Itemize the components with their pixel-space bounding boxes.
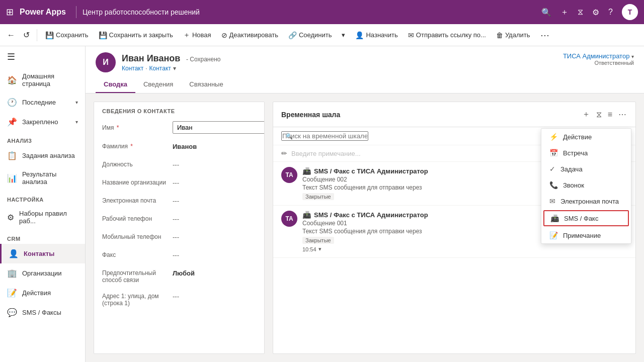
breadcrumb: Контакт · Контакт ▾: [122, 65, 220, 72]
sidebar-item-contacts[interactable]: 👤 Контакты: [0, 244, 85, 263]
sidebar-item-results[interactable]: 📊 Результаты анализа: [0, 165, 85, 191]
field-value-org: ---: [173, 176, 256, 187]
tab-details[interactable]: Сведения: [135, 76, 181, 93]
field-value-work-phone: ---: [173, 212, 256, 223]
status-badge: Закрытые: [302, 193, 334, 200]
avatar: И: [96, 52, 116, 72]
actions-icon: 📝: [7, 288, 17, 298]
delete-button[interactable]: 🗑 Удалить: [492, 29, 534, 41]
tab-related[interactable]: Связанные: [181, 76, 231, 93]
dropdown-item-call[interactable]: 📞 Звонок: [541, 177, 631, 193]
note-placeholder[interactable]: Введите примечание...: [291, 150, 361, 157]
nav-buttons: ← ↺: [4, 28, 33, 42]
field-label-name: Имя *: [102, 121, 173, 131]
section-header-analysis: Анализ: [0, 132, 85, 146]
dropdown-item-sms[interactable]: 📠 SMS / Факс: [543, 210, 629, 226]
sms-fax-icon: 📠: [550, 214, 559, 222]
owner-name[interactable]: ТИСА Администратор: [563, 52, 629, 60]
dropdown-item-meeting[interactable]: 📅 Встреча: [541, 145, 631, 161]
pencil-icon: ✏: [281, 149, 287, 157]
field-value-position: ---: [173, 158, 256, 168]
save-close-button[interactable]: 💾 Сохранить и закрыть: [95, 29, 177, 41]
deactivate-icon: ⊘: [221, 31, 227, 39]
breadcrumb-link-2[interactable]: Контакт: [149, 65, 171, 72]
sidebar-toggle-button[interactable]: ☰: [0, 46, 85, 67]
back-button[interactable]: ←: [4, 29, 18, 42]
breadcrumb-link-1[interactable]: Контакт: [122, 65, 143, 72]
field-row-fax: Факс ---: [94, 245, 264, 263]
nav-separator: [76, 6, 76, 18]
fax-icon: 📠: [302, 211, 311, 219]
dropdown-item-action[interactable]: ⚡ Действие: [541, 129, 631, 145]
sidebar: ☰ 🏠 Домашняя страница 🕐 Последние ▾ 📌 За…: [0, 46, 86, 362]
timeline-search-input[interactable]: [281, 131, 368, 141]
field-row-org: Название организации ---: [94, 173, 264, 191]
sidebar-item-recent[interactable]: 🕐 Последние ▾: [0, 93, 85, 112]
timeline-add-button[interactable]: ＋: [581, 108, 591, 121]
save-close-icon: 💾: [99, 31, 107, 39]
timeline-panel: Временная шала ＋ ⧖ ≡ ⋯ 🔍 ✏: [273, 102, 636, 354]
record-saved-status: - Сохранено: [186, 56, 220, 63]
connect-button[interactable]: 🔗 Соединить: [284, 29, 336, 41]
sidebar-item-sms[interactable]: 💬 SMS / Факсы: [0, 303, 85, 322]
field-input-name[interactable]: [173, 121, 265, 134]
sidebar-item-pinned[interactable]: 📌 Закреплено ▾: [0, 112, 85, 132]
connect-icon: 🔗: [288, 31, 297, 39]
top-navigation: ⊞ Power Apps Центр работоспособности реш…: [0, 0, 644, 24]
timeline-sort-button[interactable]: ≡: [607, 109, 613, 120]
main-layout: ☰ 🏠 Домашняя страница 🕐 Последние ▾ 📌 За…: [0, 46, 644, 362]
field-row-position: Должность ---: [94, 155, 264, 173]
search-icon[interactable]: 🔍: [541, 8, 551, 17]
add-icon[interactable]: ＋: [560, 7, 569, 18]
rules-icon: ⚙: [7, 213, 14, 222]
sms-icon: 💬: [7, 308, 17, 317]
recent-icon: 🕐: [7, 98, 17, 107]
sidebar-item-actions[interactable]: 📝 Действия: [0, 283, 85, 303]
send-link-button[interactable]: ✉ Отправить ссылку по...: [404, 29, 490, 41]
contacts-icon: 👤: [9, 249, 19, 258]
field-label-fax: Факс: [102, 248, 173, 258]
sidebar-item-home[interactable]: 🏠 Домашняя страница: [0, 67, 85, 93]
user-avatar[interactable]: T: [622, 4, 638, 20]
organizations-icon: 🏢: [7, 268, 17, 278]
field-row-name: Имя *: [94, 118, 264, 137]
status-badge: Закрытые: [302, 237, 334, 244]
settings-icon[interactable]: ⚙: [592, 8, 599, 17]
breadcrumb-chevron-icon: ▾: [173, 65, 176, 72]
waffle-menu-button[interactable]: ⊞: [6, 7, 14, 18]
dropdown-item-task[interactable]: ✓ Задача: [541, 161, 631, 177]
field-label-contact-method: Предпочтительный способ связи: [102, 266, 173, 284]
tab-summary[interactable]: Сводка: [96, 76, 135, 93]
record-owner: ТИСА Администратор ▾ Ответственный: [563, 52, 634, 66]
timeline-filter-button[interactable]: ⧖: [595, 109, 603, 120]
dropdown-item-email[interactable]: ✉ Электронная почта: [541, 193, 631, 209]
home-icon: 🏠: [7, 75, 17, 85]
deactivate-button[interactable]: ⊘ Деактивировать: [217, 29, 282, 41]
help-icon[interactable]: ?: [608, 8, 613, 17]
field-label-work-phone: Рабочий телефон: [102, 212, 173, 222]
refresh-button[interactable]: ↺: [20, 28, 33, 42]
content-area: И Иван Иванов - Сохранено Контакт · Конт…: [86, 46, 644, 362]
field-row-work-phone: Рабочий телефон ---: [94, 209, 264, 227]
field-row-email: Электронная почта ---: [94, 191, 264, 209]
sidebar-item-rules[interactable]: ⚙ Наборы правил раб...: [0, 205, 85, 230]
timeline-more-button[interactable]: ⋯: [617, 109, 627, 120]
save-icon: 💾: [45, 31, 54, 39]
timeline-item-avatar: TA: [281, 211, 297, 227]
save-button[interactable]: 💾 Сохранить: [41, 29, 93, 41]
field-value-address: ---: [173, 290, 256, 300]
new-button[interactable]: ＋ Новая: [179, 29, 215, 42]
assign-button[interactable]: 👤 Назначить: [351, 29, 401, 41]
dropdown-item-note[interactable]: 📝 Примечание: [541, 227, 631, 243]
results-icon: 📊: [7, 173, 17, 183]
cmd-separator-1: [37, 29, 37, 41]
owner-label: Ответственный: [563, 60, 634, 66]
sidebar-item-organizations[interactable]: 🏢 Организации: [0, 263, 85, 283]
email-icon: ✉: [549, 197, 555, 205]
filter-icon[interactable]: ⧖: [578, 8, 583, 17]
connect-chevron-button[interactable]: ▾: [338, 29, 349, 41]
sidebar-item-tasks[interactable]: 📋 Задания анализа: [0, 146, 85, 165]
tasks-icon: 📋: [7, 151, 17, 160]
new-icon: ＋: [183, 31, 190, 40]
more-commands-button[interactable]: ⋯: [536, 28, 553, 43]
